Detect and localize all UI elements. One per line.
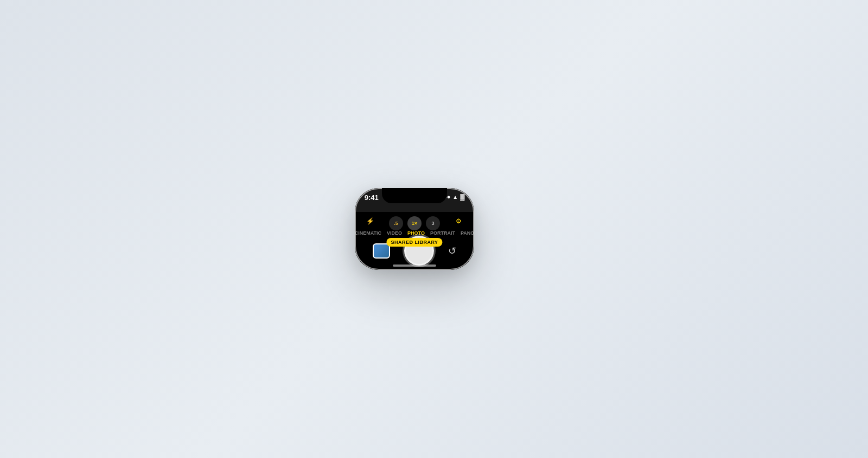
notch-1	[382, 188, 447, 203]
mode-portrait[interactable]: PORTRAIT	[430, 230, 455, 236]
mode-cinematic[interactable]: CINEMATIC	[355, 230, 381, 236]
battery-icon-1: ▓	[460, 193, 464, 200]
phone-1-camera: 9:41 ●●● ▲ ▓ ⚡ SHARED LIBRARY ⚙	[355, 188, 475, 270]
status-time-1: 9:41	[365, 193, 379, 202]
mode-pano[interactable]: PANO	[461, 230, 474, 236]
mode-photo[interactable]: PHOTO	[407, 230, 425, 236]
flip-camera-icon[interactable]: ↺	[448, 245, 456, 257]
home-indicator-1	[393, 265, 436, 267]
settings-icon[interactable]: ⚙	[451, 214, 465, 228]
phones-container: 9:41 ●●● ▲ ▓ ⚡ SHARED LIBRARY ⚙	[355, 188, 514, 270]
mode-video[interactable]: VIDEO	[387, 230, 402, 236]
flash-icon[interactable]: ⚡	[363, 214, 378, 228]
camera-modes: CINEMATIC VIDEO PHOTO PORTRAIT PANO	[355, 230, 475, 236]
shared-library-badge[interactable]: SHARED LIBRARY	[386, 238, 442, 247]
wifi-icon-1: ▲	[452, 194, 458, 200]
